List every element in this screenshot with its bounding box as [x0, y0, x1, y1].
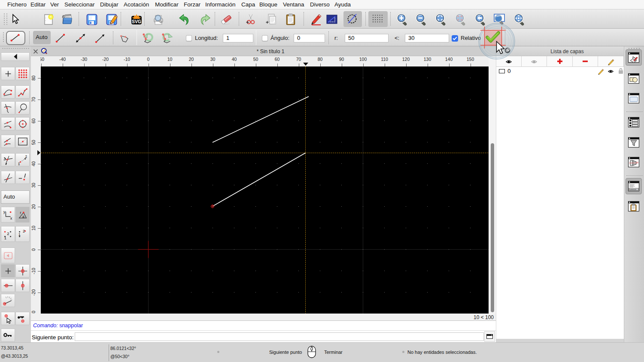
svg-text:command: command — [629, 189, 636, 190]
svg-text:2: 2 — [7, 231, 9, 235]
svg-text:x: x — [10, 216, 12, 220]
svg-text:r: r — [20, 211, 21, 215]
svg-text:a: a — [22, 214, 24, 218]
svg-text:y: y — [3, 210, 5, 214]
svg-text:1: 1 — [4, 236, 6, 240]
svg-text:SVG: SVG — [132, 19, 141, 24]
svg-text:2: 2 — [23, 229, 25, 233]
svg-text:1: 1 — [18, 162, 20, 166]
svg-text:2: 2 — [25, 154, 27, 159]
svg-text:1: 1 — [18, 232, 20, 236]
